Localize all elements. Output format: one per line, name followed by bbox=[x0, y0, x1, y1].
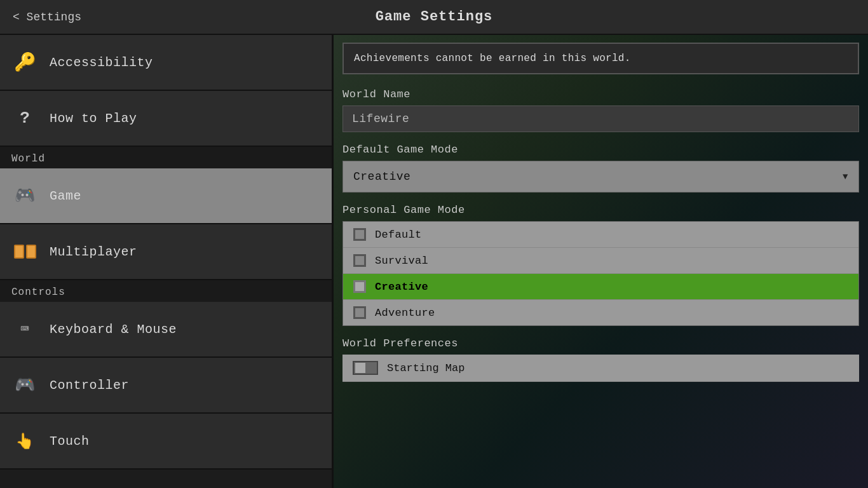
controller-icon: 🎮 bbox=[11, 372, 38, 398]
sidebar-item-keyboard-label: Keyboard & Mouse bbox=[50, 322, 177, 337]
sidebar: 🔑 Accessibility ? How to Play World 🎮 Ga… bbox=[0, 35, 334, 488]
dropdown-value: Creative bbox=[353, 170, 410, 183]
section-world-header: World bbox=[0, 147, 332, 168]
section-controls-header: Controls bbox=[0, 280, 332, 302]
sidebar-item-touch[interactable]: 👆 Touch bbox=[0, 414, 332, 470]
achievement-text: Achievements cannot be earned in this wo… bbox=[354, 53, 631, 64]
mode-item-default[interactable]: Default bbox=[343, 222, 858, 248]
default-game-mode-section: Default Game Mode Creative ▼ bbox=[334, 137, 868, 198]
default-game-mode-label: Default Game Mode bbox=[342, 142, 859, 157]
sidebar-item-game[interactable]: 🎮 Game bbox=[0, 168, 332, 224]
toggle-knob bbox=[355, 363, 365, 373]
back-label: < Settings bbox=[13, 11, 81, 24]
main-layout: 🔑 Accessibility ? How to Play World 🎮 Ga… bbox=[0, 35, 868, 488]
world-pref-starting-map[interactable]: Starting Map bbox=[342, 355, 859, 382]
content-area: Achievements cannot be earned in this wo… bbox=[334, 35, 868, 488]
world-name-label: World Name bbox=[342, 87, 859, 102]
world-preferences-section: World Preferences Starting Map bbox=[334, 331, 868, 387]
default-game-mode-dropdown-container: Creative ▼ bbox=[342, 161, 859, 193]
achievement-banner: Achievements cannot be earned in this wo… bbox=[342, 43, 859, 74]
sidebar-item-keyboard-mouse[interactable]: ⌨️ Keyboard & Mouse bbox=[0, 302, 332, 358]
gamepad-icon: 🎮 bbox=[11, 182, 38, 209]
sidebar-item-controller-label: Controller bbox=[50, 378, 129, 393]
sidebar-item-how-to-play[interactable]: ? How to Play bbox=[0, 91, 332, 147]
sidebar-item-touch-label: Touch bbox=[50, 434, 90, 449]
touch-icon: 👆 bbox=[11, 428, 38, 454]
keyboard-icon: ⌨️ bbox=[11, 316, 38, 342]
mode-item-creative[interactable]: Creative bbox=[343, 274, 858, 300]
default-game-mode-dropdown[interactable]: Creative ▼ bbox=[342, 161, 859, 193]
key-icon: 🔑 bbox=[11, 49, 38, 76]
personal-game-mode-label: Personal Game Mode bbox=[342, 203, 859, 217]
world-preferences-label: World Preferences bbox=[342, 336, 859, 351]
mode-label-creative: Creative bbox=[375, 281, 428, 293]
world-name-input[interactable]: Lifewire bbox=[342, 105, 859, 132]
mode-item-survival[interactable]: Survival bbox=[343, 248, 858, 274]
world-name-section: World Name Lifewire bbox=[334, 82, 868, 137]
dropdown-arrow: ▼ bbox=[843, 172, 848, 182]
mode-checkbox-creative bbox=[353, 280, 366, 293]
mode-label-survival: Survival bbox=[375, 255, 428, 267]
sidebar-item-accessibility[interactable]: 🔑 Accessibility bbox=[0, 35, 332, 91]
sidebar-item-multiplayer[interactable]: Multiplayer bbox=[0, 224, 332, 280]
sidebar-item-controller[interactable]: 🎮 Controller bbox=[0, 358, 332, 414]
personal-game-mode-section: Personal Game Mode Default Survival bbox=[334, 198, 868, 331]
sidebar-item-game-label: Game bbox=[50, 189, 81, 203]
mode-label-default: Default bbox=[375, 229, 422, 241]
back-button[interactable]: < Settings bbox=[13, 11, 81, 24]
header: < Settings Game Settings bbox=[0, 0, 868, 35]
mode-checkbox-default bbox=[353, 228, 366, 241]
mode-checkbox-adventure bbox=[353, 306, 366, 319]
multiplayer-icon bbox=[11, 238, 38, 265]
page-title: Game Settings bbox=[376, 9, 493, 25]
starting-map-label: Starting Map bbox=[387, 362, 465, 374]
personal-game-mode-list: Default Survival Creative bbox=[342, 221, 859, 326]
sidebar-item-accessibility-label: Accessibility bbox=[50, 55, 153, 70]
mode-checkbox-survival bbox=[353, 254, 366, 267]
mode-item-adventure[interactable]: Adventure bbox=[343, 300, 858, 325]
content-inner: Achievements cannot be earned in this wo… bbox=[334, 43, 868, 387]
starting-map-toggle[interactable] bbox=[353, 361, 378, 375]
mode-label-adventure: Adventure bbox=[375, 307, 435, 319]
sidebar-item-how-to-play-label: How to Play bbox=[50, 111, 137, 126]
question-icon: ? bbox=[11, 105, 38, 132]
sidebar-item-multiplayer-label: Multiplayer bbox=[50, 245, 137, 259]
